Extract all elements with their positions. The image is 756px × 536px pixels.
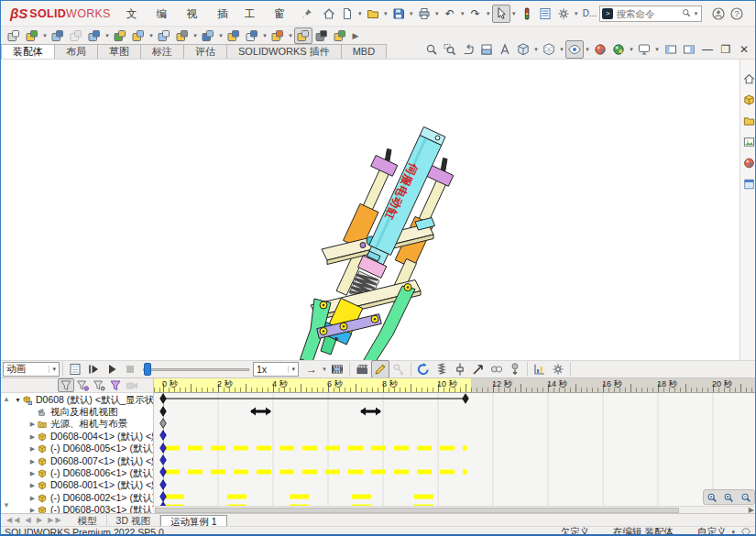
help-icon[interactable] [728,5,746,23]
time-slider-thumb[interactable] [144,363,151,376]
options-gear-icon[interactable] [554,5,573,23]
tree-item-0[interactable]: ▼D0608 (默认) <默认_显示状态 [1,394,153,406]
insert-component-tool-dropdown[interactable]: ▾ [41,32,49,39]
hide-show-items-icon-dropdown[interactable]: ▾ [584,46,591,53]
select-cursor-icon-dropdown[interactable]: ▾ [510,10,518,17]
appearances-scenes-icon[interactable] [741,155,756,170]
tab-3[interactable]: 标注 [140,44,184,59]
tag-gem-icon[interactable] [740,527,751,536]
new-document-icon-dropdown[interactable]: ▾ [356,10,364,17]
tree-item-9[interactable]: ▶(-) D0608-003<1> (默认) [1,505,153,513]
view-palette-icon[interactable] [741,134,756,149]
edit-appearance-icon[interactable] [591,40,609,59]
timeline-zoom-out-icon[interactable] [739,491,753,504]
move-component-tool[interactable] [129,27,148,44]
search-input[interactable] [616,8,679,19]
save-animation-icon[interactable] [328,360,346,378]
tree-item-7[interactable]: ▶D0608-001<1> (默认) <默 [1,480,153,492]
no-filter-icon[interactable] [58,378,74,392]
sw-resources-icon[interactable] [741,71,756,86]
menu-1[interactable]: 编辑(E) [148,4,178,24]
menu-3[interactable]: 插入(I) [209,4,236,24]
motion-timeline-pane[interactable]: 0 秒2 秒4 秒6 秒8 秒10 秒12 秒14 秒16 秒18 秒20 秒 [153,377,756,506]
tree-item-4[interactable]: ▶(-) D0608-005<1> (默认) [1,443,153,455]
open-icon-dropdown[interactable]: ▾ [382,10,389,17]
pane-right-icon[interactable] [680,40,698,59]
component-pattern-tool[interactable] [85,27,104,44]
study-type-select[interactable]: 动画▾ [3,362,60,377]
display-style-icon[interactable] [540,40,558,59]
graphics-area[interactable]: 伺服电动缸 [1,60,740,360]
options-gear-icon-dropdown[interactable]: ▾ [573,10,580,17]
tab-4[interactable]: 评估 [183,44,227,59]
tree-item-6[interactable]: ▶(-) D0608-006<1> (默认) [1,467,153,479]
redo-icon[interactable]: ↷ [466,5,485,23]
playback-speed-select[interactable]: 1x▾ [253,362,299,377]
timeline-zoom-in-icon[interactable] [705,491,719,504]
commandbar-overflow[interactable]: ▶ [349,31,362,40]
apply-scene-icon[interactable] [609,40,628,59]
tab-0[interactable]: 装配体 [1,44,55,59]
view-settings-icon[interactable] [635,40,653,59]
export-animation-icon-dropdown[interactable]: ▾ [321,366,328,373]
calculate-icon[interactable] [66,360,84,378]
motor-icon[interactable] [414,360,433,378]
tree-item-8[interactable]: ▶(-) D0608-002<1> (默认) [1,492,153,504]
display-style-icon-dropdown[interactable]: ▾ [558,46,565,53]
previous-view-icon[interactable] [459,40,477,59]
menu-5[interactable]: 窗口(W) [266,4,300,24]
account-icon[interactable] [709,5,728,23]
note-tool[interactable] [5,27,23,44]
insert-component-tool[interactable] [23,27,41,44]
tree-item-5[interactable]: ▶D0608-007<1> (默认) <默 [1,455,153,467]
save-icon[interactable] [389,5,408,23]
tree-expander[interactable]: ▶ [28,458,37,465]
menu-0[interactable]: 文件(F) [118,4,148,24]
doc-minimize-icon[interactable]: — [698,40,717,59]
annotation-view-icon[interactable] [496,40,514,59]
menu-2[interactable]: 视图(V) [179,4,209,24]
zoom-to-area-icon[interactable] [441,40,459,59]
tab-2[interactable]: 草图 [97,44,141,59]
undo-icon-dropdown[interactable]: ▾ [459,10,466,17]
time-slider[interactable] [143,362,249,377]
minimize-button[interactable]: — [751,5,756,23]
tree-item-2[interactable]: ▶光源、相机与布景 [1,419,153,431]
tab-6[interactable]: MBD [341,44,387,59]
tree-expander[interactable]: ▶ [28,470,37,477]
pane-left-icon[interactable] [662,40,680,59]
timeline-ruler[interactable]: 0 秒2 秒4 秒6 秒8 秒10 秒12 秒14 秒16 秒18 秒20 秒 [154,378,756,393]
assembly-features-tool-dropdown[interactable]: ▾ [192,32,199,39]
spring-icon[interactable] [433,360,451,378]
take-snapshot-tool[interactable] [312,27,331,44]
autokey-icon[interactable] [371,360,389,378]
filter-animated-icon[interactable] [74,378,91,392]
toolbar-overflow-label[interactable]: D... [583,8,597,18]
view-settings-icon-dropdown[interactable]: ▾ [653,46,661,53]
section-view-icon[interactable] [477,40,496,59]
scrollbar-thumb[interactable] [155,508,679,513]
animation-wizard-icon[interactable] [353,360,371,378]
select-cursor-icon[interactable] [492,5,510,23]
move-component-tool-dropdown[interactable]: ▾ [148,32,155,39]
timeline-canvas[interactable] [154,393,756,507]
reference-geometry-tool-dropdown[interactable]: ▾ [217,32,225,39]
instant3d-tool[interactable] [294,27,312,44]
play-from-start-icon[interactable] [84,360,103,378]
status-custom-label[interactable]: 自定义 [697,526,727,536]
task-list-icon[interactable] [536,5,554,23]
simulation-setup-icon[interactable] [549,360,567,378]
bom-tool[interactable] [243,27,261,44]
timeline-horizontal-scrollbar[interactable]: ▶ [153,506,756,513]
view-orientation-icon-dropdown[interactable]: ▾ [532,46,540,53]
design-library-icon[interactable] [741,92,756,107]
file-explorer-icon[interactable] [741,113,756,128]
zoom-to-fit-icon[interactable] [422,40,441,59]
results-plots-icon[interactable] [531,360,549,378]
gravity-icon[interactable] [506,360,524,378]
play-icon[interactable] [103,360,121,378]
tree-expander[interactable]: ▶ [28,433,37,441]
doc-close-icon[interactable]: ✕ [735,40,753,59]
model-3d-view[interactable]: 伺服电动缸 [1,60,740,360]
tree-scroll-up-icon[interactable]: ▲ [3,395,10,403]
